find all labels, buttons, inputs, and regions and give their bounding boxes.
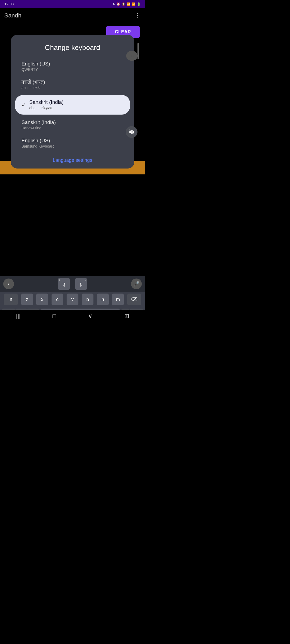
nav-bar: ||| □ ∨ ⊞ xyxy=(0,310,145,322)
key-n[interactable]: n xyxy=(97,294,109,305)
app-more-icon[interactable]: ⋮ xyxy=(134,12,141,19)
keyboard-row-1: ⇧ z x c v b n m ⌫ xyxy=(0,292,145,307)
dialog-scrollbar[interactable] xyxy=(137,43,139,59)
key-num-0: 0 xyxy=(85,279,86,281)
keyboard-item-name: Sanskrit (India) xyxy=(29,99,124,105)
key-m[interactable]: m xyxy=(112,294,124,305)
mute-icon: 🔇 xyxy=(122,2,125,6)
key-p[interactable]: 0 p xyxy=(75,278,87,290)
key-z[interactable]: z xyxy=(21,294,33,305)
keyboard-item-sub: abc → मराठी xyxy=(21,86,124,90)
key-x[interactable]: x xyxy=(36,294,48,305)
keyboard-item-english-us-qwerty[interactable]: English (US) QWERTY xyxy=(11,57,134,75)
keyboard-item-sub: Samsung Keyboard xyxy=(21,144,124,148)
change-keyboard-dialog: Change keyboard English (US) QWERTY मराठ… xyxy=(11,35,134,169)
keyboard-mute-icon[interactable] xyxy=(126,126,137,138)
nav-home-icon[interactable]: □ xyxy=(52,313,56,320)
check-icon: ✓ xyxy=(21,102,26,108)
key-shift[interactable]: ⇧ xyxy=(4,294,18,305)
keyboard-letters-preview: 1 q 0 p xyxy=(58,278,87,290)
key-c[interactable]: c xyxy=(52,294,63,305)
keyboard-back-button[interactable]: ‹ xyxy=(3,279,14,289)
keyboard-item-marathi-india[interactable]: मराठी (भारत) abc → मराठी xyxy=(11,75,134,94)
dialog-more-icon[interactable]: ··· xyxy=(126,51,137,61)
keyboard-item-name: English (US) xyxy=(21,138,124,144)
selected-keyboard-text: Sanskrit (India) abc → संस्कृतम् xyxy=(29,99,124,110)
keyboard-item-name: Sanskrit (India) xyxy=(21,119,124,125)
keyboard-item-name: मराठी (भारत) xyxy=(21,79,124,85)
key-v[interactable]: v xyxy=(67,294,78,305)
status-icons: N ⏰ 🔇 📶 📶 🔋 xyxy=(113,2,141,6)
wifi-icon: 📶 xyxy=(127,2,130,6)
key-q[interactable]: 1 q xyxy=(58,278,70,290)
nfc-icon: N xyxy=(113,2,115,6)
keyboard-item-sub: Handwriting xyxy=(21,126,124,130)
key-b[interactable]: b xyxy=(82,294,93,305)
app-bar: Sandhi ⋮ xyxy=(0,8,145,23)
keyboard-item-english-us-samsung[interactable]: English (US) Samsung Keyboard xyxy=(11,134,134,152)
nav-recent-icon[interactable]: ∨ xyxy=(88,313,92,320)
language-settings-button[interactable]: Language settings xyxy=(11,152,134,169)
status-bar: 12:08 N ⏰ 🔇 📶 📶 🔋 xyxy=(0,0,145,8)
alarm-icon: ⏰ xyxy=(117,2,120,6)
app-title: Sandhi xyxy=(4,12,23,19)
battery-icon: 🔋 xyxy=(137,2,141,6)
key-num-1: 1 xyxy=(59,279,60,281)
keyboard-mic-button[interactable]: 🎤 xyxy=(131,279,142,289)
dialog-title: Change keyboard xyxy=(11,41,134,57)
keyboard-item-name: English (US) xyxy=(21,61,124,67)
nav-keyboard-icon[interactable]: ⊞ xyxy=(124,313,129,320)
keyboard-item-sanskrit-india-handwriting[interactable]: Sanskrit (India) Handwriting xyxy=(11,116,134,134)
keyboard-item-sub: QWERTY xyxy=(21,67,124,72)
keyboard-item-sanskrit-india[interactable]: ✓ Sanskrit (India) abc → संस्कृतम् xyxy=(15,95,130,115)
nav-back-icon[interactable]: ||| xyxy=(16,313,20,320)
key-delete[interactable]: ⌫ xyxy=(127,294,141,305)
keyboard-top-row: ‹ 1 q 0 p 🎤 xyxy=(0,276,145,292)
signal-icon: 📶 xyxy=(132,2,136,6)
status-time: 12:08 xyxy=(4,2,14,6)
keyboard-item-sub: abc → संस्कृतम् xyxy=(29,106,124,110)
